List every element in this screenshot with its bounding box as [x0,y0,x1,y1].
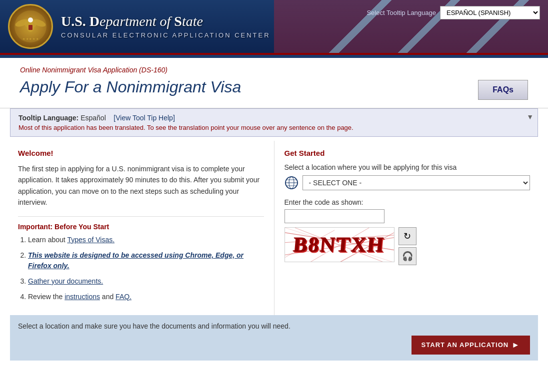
gather-documents-link[interactable]: Gather your documents. [28,277,103,285]
captcha-display-text: B8NTXH [292,233,386,257]
get-started-title: Get Started [284,149,530,157]
department-name: U.S. Department of State [61,14,270,29]
list-item: Review the instructions and FAQ. [28,292,264,302]
location-label: Select a location where you will be appl… [284,163,530,171]
main-content: Welcome! The first step in applying for … [0,141,548,315]
svg-rect-6 [28,25,32,30]
list-item: Learn about Types of Visas. [28,235,264,245]
site-header: ★ ★ ★ ★ ★ U.S. Department of State Consu… [0,0,548,55]
language-selector-label: Select Tooltip Language [366,9,436,16]
captcha-audio-button[interactable]: 🎧 [398,247,416,265]
location-row: - SELECT ONE - [284,175,530,190]
location-select[interactable]: - SELECT ONE - [302,175,530,190]
breadcrumb: Online Nonimmigrant Visa Application (DS… [20,66,528,74]
captcha-refresh-button[interactable]: ↻ [398,227,416,245]
start-application-button[interactable]: START AN APPLICATION ► [412,336,530,355]
language-selector-area: Select Tooltip Language ESPAÑOL (SPANISH… [366,6,540,19]
captcha-label: Enter the code as shown: [284,198,530,206]
welcome-title: Welcome! [18,149,264,157]
title-area: Apply For a Nonimmigrant Visa FAQs [0,74,548,108]
start-button-arrow-icon: ► [512,341,520,350]
browser-requirement-link[interactable]: This website is designed to be accessed … [28,251,244,270]
list-item: This website is designed to be accessed … [28,250,264,271]
logo-seal: ★ ★ ★ ★ ★ [8,4,53,49]
captcha-area: B8NTXH ↻ 🎧 [284,227,530,265]
list-item: Gather your documents. [28,276,264,287]
page-title: Apply For a Nonimmigrant Visa [20,78,241,96]
step4-and: and [102,293,116,301]
instructions-link[interactable]: instructions [64,293,100,301]
department-subtitle: Consular Electronic Application Center [61,31,270,39]
svg-text:★ ★ ★ ★ ★: ★ ★ ★ ★ ★ [22,37,38,40]
captcha-image: B8NTXH [284,227,394,262]
important-title: Important: Before You Start [18,216,264,231]
tooltip-banner: Tooltip Language: Español [View Tool Tip… [10,108,538,137]
breadcrumb-area: Online Nonimmigrant Visa Application (DS… [0,58,548,74]
language-selector[interactable]: ESPAÑOL (SPANISH) ENGLISH FRANÇAIS (FREN… [440,6,540,19]
welcome-body: The first step in applying for a U.S. no… [18,163,264,208]
captcha-input[interactable] [284,209,384,223]
bottom-bar-info: Select a location and make sure you have… [18,321,530,332]
faq-button[interactable]: FAQs [478,80,528,100]
bottom-bar: Select a location and make sure you have… [10,315,538,361]
tooltip-lang-line: Tooltip Language: Español [View Tool Tip… [18,114,530,122]
steps-list: Learn about Types of Visas. This website… [18,235,264,302]
right-column: Get Started Select a location where you … [274,141,538,315]
tooltip-lang-prefix: Tooltip Language: [18,114,78,122]
step4-prefix: Review the [28,293,64,301]
globe-icon [284,176,298,190]
captcha-buttons: ↻ 🎧 [398,227,416,265]
start-button-label: START AN APPLICATION [422,341,509,349]
step1-text: Learn about [28,236,67,244]
faq-link[interactable]: FAQ. [116,293,132,301]
tooltip-info-text: Most of this application has been transl… [18,124,530,131]
left-column: Welcome! The first step in applying for … [10,141,274,315]
types-of-visas-link[interactable]: Types of Visas. [67,236,114,244]
tooltip-lang-value: Español [80,114,106,122]
header-title-block: U.S. Department of State Consular Electr… [61,14,270,39]
view-tooltip-help-link[interactable]: [View Tool Tip Help] [114,114,174,122]
svg-point-5 [28,17,33,22]
